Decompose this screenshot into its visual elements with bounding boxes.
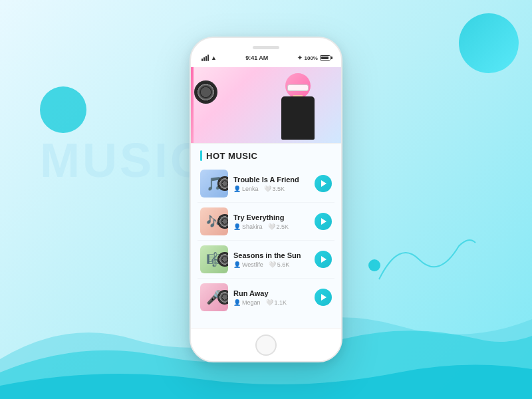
- artist-name-1: Lenka: [242, 186, 259, 192]
- song-thumb-4: 🎤: [200, 283, 228, 311]
- status-battery: ✦ 100%: [297, 55, 331, 61]
- play-triangle-4: [321, 294, 327, 301]
- thumb-disc-1: [217, 176, 228, 191]
- song-likes-4: 🤍 1.1K: [266, 299, 287, 306]
- artist-name-3: Westlife: [242, 261, 263, 268]
- song-item: 🎵 Trouble Is A Friend 👤 Lenka 🤍: [198, 165, 334, 203]
- artist-icon-1: 👤: [233, 186, 241, 192]
- song-likes-1: 🤍 3.5K: [264, 186, 285, 192]
- song-title-1: Trouble Is A Friend: [233, 176, 309, 184]
- bg-circle-right: [459, 13, 519, 73]
- artist-icon-4: 👤: [233, 299, 241, 306]
- artist-name-2: Shakira: [242, 223, 263, 230]
- likes-count-4: 1.1K: [275, 299, 287, 306]
- phone-screen: HOT MUSIC 🎵 Trouble Is A Friend 👤: [191, 67, 341, 328]
- play-button-4[interactable]: [315, 289, 332, 306]
- battery-fill: [321, 57, 329, 59]
- section-header: HOT MUSIC: [191, 144, 341, 165]
- signal-bars: [201, 55, 209, 61]
- play-triangle-2: [321, 218, 327, 225]
- artist-name-4: Megan: [242, 299, 261, 306]
- phone-frame: ▲ 9:41 AM ✦ 100%: [190, 37, 342, 362]
- song-thumb-3: 🎼: [200, 245, 228, 273]
- song-thumb-1: 🎵: [200, 170, 228, 198]
- wifi-icon: ▲: [211, 55, 217, 61]
- song-info-2: Try Everything 👤 Shakira 🤍 2.5K: [233, 213, 309, 230]
- status-time: 9:41 AM: [245, 55, 268, 61]
- section-title-bar: [200, 150, 202, 161]
- song-item: 🎤 Run Away 👤 Megan 🤍 1.1K: [198, 279, 334, 316]
- likes-icon-1: 🤍: [264, 186, 271, 192]
- artist-icon-3: 👤: [233, 261, 241, 268]
- home-button[interactable]: [255, 334, 277, 356]
- bg-dot-squiggle: [368, 259, 380, 271]
- status-bar: ▲ 9:41 AM ✦ 100%: [191, 51, 341, 65]
- song-likes-2: 🤍 2.5K: [268, 223, 289, 230]
- bg-music-text: MUSIC: [40, 133, 207, 188]
- song-meta-2: 👤 Shakira 🤍 2.5K: [233, 223, 309, 230]
- song-item: 🎶 Try Everything 👤 Shakira 🤍: [198, 203, 334, 241]
- phone-bottom: [191, 328, 341, 361]
- bg-circle-left: [40, 86, 86, 133]
- hero-glasses: [287, 84, 309, 91]
- song-meta-4: 👤 Megan 🤍 1.1K: [233, 299, 309, 306]
- phone-speaker: [253, 46, 279, 49]
- hero-disc: [194, 80, 217, 104]
- likes-count-1: 3.5K: [273, 186, 285, 192]
- likes-icon-3: 🤍: [269, 261, 276, 268]
- thumb-disc-4: [217, 290, 228, 305]
- song-list: 🎵 Trouble Is A Friend 👤 Lenka 🤍: [191, 165, 341, 316]
- song-item: 🎼 Seasons in the Sun 👤 Westlife 🤍: [198, 241, 334, 279]
- play-triangle-3: [321, 256, 327, 263]
- song-artist-2: 👤 Shakira: [233, 223, 263, 230]
- artist-icon-2: 👤: [233, 223, 241, 230]
- thumb-disc-3: [217, 252, 228, 267]
- hero-body: [281, 96, 315, 140]
- section-title: HOT MUSIC: [206, 151, 257, 161]
- song-meta-3: 👤 Westlife 🤍 5.6K: [233, 261, 309, 268]
- battery-icon: [320, 55, 331, 61]
- bluetooth-icon: ✦: [297, 55, 303, 61]
- bg-squiggle: [372, 226, 479, 293]
- play-button-3[interactable]: [315, 251, 332, 268]
- song-thumb-2: 🎶: [200, 207, 228, 235]
- likes-icon-2: 🤍: [268, 223, 275, 230]
- hero-stripe: [191, 67, 194, 143]
- hero-figure: [268, 70, 328, 143]
- battery-percent: 100%: [305, 55, 318, 61]
- song-info-3: Seasons in the Sun 👤 Westlife 🤍 5.6K: [233, 251, 309, 268]
- song-artist-1: 👤 Lenka: [233, 186, 259, 192]
- phone-wrapper: ▲ 9:41 AM ✦ 100%: [190, 37, 342, 362]
- song-artist-4: 👤 Megan: [233, 299, 261, 306]
- song-artist-3: 👤 Westlife: [233, 261, 263, 268]
- play-button-2[interactable]: [315, 213, 332, 230]
- hero-image: [191, 67, 341, 144]
- song-info-1: Trouble Is A Friend 👤 Lenka 🤍 3.5K: [233, 176, 309, 192]
- song-info-4: Run Away 👤 Megan 🤍 1.1K: [233, 289, 309, 306]
- likes-count-2: 2.5K: [277, 223, 289, 230]
- song-title-4: Run Away: [233, 289, 309, 297]
- song-likes-3: 🤍 5.6K: [269, 261, 290, 268]
- song-title-2: Try Everything: [233, 213, 309, 221]
- thumb-disc-2: [217, 214, 228, 229]
- song-title-3: Seasons in the Sun: [233, 251, 309, 259]
- likes-icon-4: 🤍: [266, 299, 273, 306]
- song-meta-1: 👤 Lenka 🤍 3.5K: [233, 186, 309, 192]
- status-signal: ▲: [201, 55, 217, 61]
- play-button-1[interactable]: [315, 175, 332, 192]
- play-triangle-1: [321, 180, 327, 187]
- likes-count-3: 5.6K: [277, 261, 290, 268]
